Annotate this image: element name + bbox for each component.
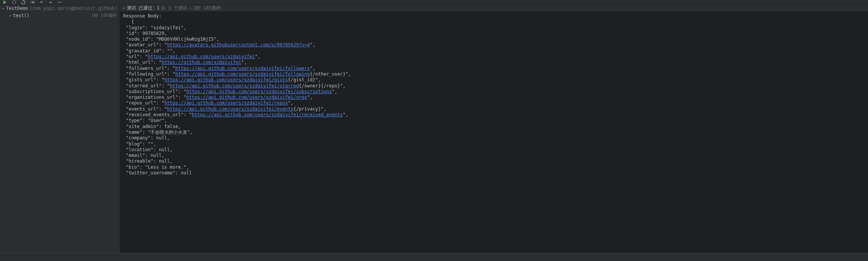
test-toolbar: [0, 0, 868, 5]
console-link[interactable]: https://api.github.com/users/szdaiyifei/…: [164, 100, 288, 106]
toggle-icon[interactable]: [30, 0, 35, 5]
check-icon: ✔: [2, 6, 5, 10]
console-link[interactable]: https://api.github.com/users/szdaiyifei/…: [175, 71, 310, 77]
status-bar: [0, 253, 868, 261]
collapse-icon[interactable]: [48, 0, 53, 5]
test-method-name: test(): [13, 13, 29, 18]
console-link[interactable]: https://api.github.com/users/szdaiyifei/…: [170, 83, 299, 89]
svg-point-5: [60, 2, 61, 3]
console-link[interactable]: https://github.com/szdaiyifei: [162, 60, 241, 65]
console-link[interactable]: https://api.github.com/users/szdaiyifei: [148, 54, 255, 59]
status-duration: 2秒 185毫秒: [193, 5, 221, 11]
svg-point-4: [59, 2, 60, 3]
more-icon[interactable]: [57, 0, 62, 5]
test-tree-item[interactable]: ✔test()2秒 185毫秒: [0, 12, 120, 19]
test-method-duration: 2秒 185毫秒: [92, 13, 117, 18]
status-prefix: 测试 已通过:: [127, 5, 155, 11]
rerun-icon[interactable]: [21, 0, 26, 5]
test-class-name: TestDemo: [6, 6, 28, 11]
check-icon: ✔: [123, 6, 125, 10]
stop-icon[interactable]: [11, 0, 17, 5]
check-icon: ✔: [9, 14, 11, 17]
test-tree-root[interactable]: ✔ TestDemo (com.yupi.springbootinit.gith…: [0, 5, 120, 12]
test-class-package: (com.yupi.springbootinit.github): [30, 6, 117, 11]
svg-point-0: [13, 0, 16, 3]
console-link[interactable]: https://api.github.com/users/szdaiyifei/…: [186, 95, 307, 100]
console-link[interactable]: https://api.github.com/users/szdaiyifei/…: [167, 106, 293, 112]
status-sep: –: [189, 5, 192, 11]
status-total: 共 1 个测试: [161, 5, 188, 11]
console-link[interactable]: https://avatars.githubusercontent.com/u/…: [167, 42, 310, 47]
console-link[interactable]: https://api.github.com/users/szdaiyifei/…: [192, 112, 343, 117]
console-link[interactable]: https://api.github.com/users/szdaiyifei/…: [164, 77, 288, 82]
svg-point-3: [58, 2, 59, 3]
test-tree-panel: ✔ TestDemo (com.yupi.springbootinit.gith…: [0, 5, 120, 253]
test-status-line: ✔ 测试 已通过: 1共 1 个测试 – 2秒 185毫秒: [120, 5, 868, 12]
console-output[interactable]: Response Body: { "login": "szdaiyifei", …: [120, 12, 868, 253]
svg-point-2: [30, 1, 32, 3]
run-icon[interactable]: [2, 0, 8, 5]
console-link[interactable]: https://api.github.com/users/szdaiyifei/…: [175, 66, 310, 71]
status-passed: 1: [157, 5, 159, 11]
expand-icon[interactable]: [39, 0, 44, 5]
console-link[interactable]: https://api.github.com/users/szdaiyifei/…: [186, 89, 332, 94]
